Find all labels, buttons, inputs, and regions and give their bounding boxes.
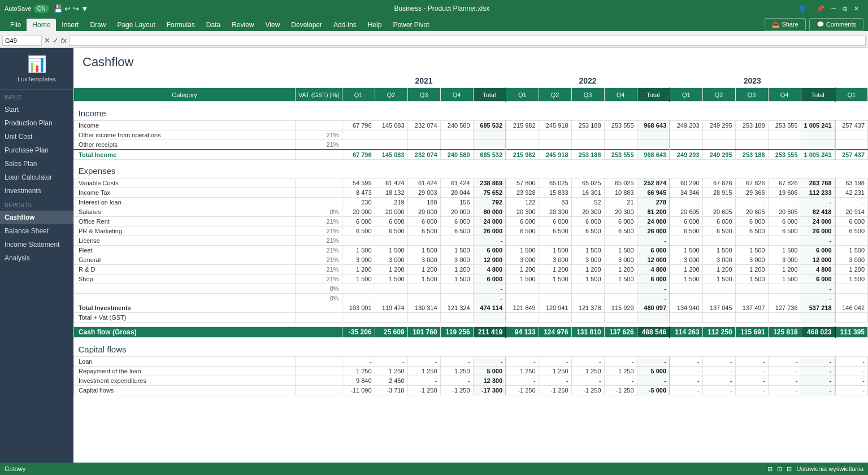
income-q4-2022: 253 555 (604, 120, 637, 130)
quick-access-icons[interactable]: 💾 ↩ ↪ ▼ (54, 5, 89, 13)
income-q3-2021: 232 074 (407, 120, 440, 130)
income-total-2023: 1 005 241 (801, 120, 835, 130)
header-vat: VAT (GST) [%] (296, 88, 342, 102)
expense-row-license: License 21% - - - (74, 236, 868, 246)
header-total-2022: Total (637, 88, 670, 102)
status-text: Gotowy (5, 465, 25, 472)
income-label-3: Other receipts (74, 140, 296, 150)
autosave-toggle[interactable]: ON (34, 5, 49, 13)
year-header-row: 2021 2022 2023 (74, 74, 868, 88)
income-q1-2024: 257 437 (835, 120, 868, 130)
expense-row-marketing: PR & Marketing 21% 6 500 6 500 6 500 6 5… (74, 226, 868, 236)
sidebar-item-production-plan[interactable]: Production Plan (0, 116, 73, 130)
ribbon: File Home Insert Draw Page Layout Formul… (0, 17, 868, 33)
expenses-section-header: Expenses (74, 164, 868, 178)
sheet-title: Cashflow (73, 48, 868, 74)
view-normal-icon[interactable]: ⊞ (767, 465, 772, 473)
capital-label: Capital flows (74, 342, 868, 357)
header-q2-2022: Q2 (539, 88, 571, 102)
year-2024-partial (835, 74, 868, 88)
input-section-label: Input (0, 90, 73, 103)
zoom-label: Ustawienia wyświetlania (796, 465, 863, 472)
view-pagebreak-icon[interactable]: ⊟ (787, 465, 792, 473)
tab-add-ins[interactable]: Add-ins (328, 19, 362, 31)
share-button[interactable]: 📤 Share (765, 18, 805, 31)
expense-row-tax: Income Tax 8 473 18 132 29 003 20 044 75… (74, 188, 868, 198)
title-bar-left: AutoSave ON 💾 ↩ ↪ ▼ (5, 5, 88, 13)
autosave-label: AutoSave (5, 5, 32, 12)
income-q3-2023: 253 188 (735, 120, 768, 130)
tab-view[interactable]: View (260, 19, 286, 31)
sidebar-item-investments[interactable]: Investments (0, 184, 73, 198)
spacer-income (74, 102, 868, 106)
header-q3-2022: Q3 (571, 88, 604, 102)
header-q4-2021: Q4 (440, 88, 473, 102)
expense-row-empty2: 0% - - - (74, 294, 868, 303)
expense-row-office: Office Rent 21% 6 000 6 000 6 000 6 000 … (74, 217, 868, 226)
header-q1-2022: Q1 (506, 88, 539, 102)
sidebar-item-purchase-plan[interactable]: Purchase Plan (0, 143, 73, 157)
tab-formulas[interactable]: Formulas (161, 19, 201, 31)
sidebar-item-balance-sheet[interactable]: Balance Sheet (0, 224, 73, 238)
sidebar-item-loan-calculator[interactable]: Loan Calculator (0, 171, 73, 184)
total-income-row: Total Income 67 796 145 083 232 074 240 … (74, 150, 868, 160)
sidebar-item-analysis[interactable]: Analysis (0, 251, 73, 265)
tab-developer[interactable]: Developer (285, 19, 328, 31)
total-income-label: Total Income (74, 150, 296, 160)
minimize-icon[interactable]: ─ (831, 5, 836, 12)
income-vat-3: 21% (296, 140, 342, 150)
tab-power-pivot[interactable]: Power Pivot (387, 19, 435, 31)
expense-row-rd: R & D 21% 1 200 1 200 1 200 1 200 4 800 … (74, 265, 868, 274)
view-page-icon[interactable]: ⊡ (777, 465, 782, 473)
main-layout: 📊 LuxTemplates Input Start Production Pl… (0, 48, 868, 475)
income-q2-2023: 249 295 (702, 120, 735, 130)
header-q1-2021: Q1 (342, 88, 375, 102)
sidebar-item-start[interactable]: Start (0, 103, 73, 116)
tab-help[interactable]: Help (362, 19, 388, 31)
tab-file[interactable]: File (5, 19, 27, 31)
close-icon[interactable]: ✕ (854, 5, 859, 12)
expense-row-variable: Variable Costs 54 599 61 424 61 424 61 4… (74, 178, 868, 188)
formula-bar: G49 ✕ ✓ fx (0, 33, 868, 48)
status-bar-right: ⊞ ⊡ ⊟ Ustawienia wyświetlania (767, 465, 863, 473)
tab-home[interactable]: Home (27, 19, 56, 31)
cashflow-gross-row: Cash flow (Gross) -35 206 25 609 101 760… (74, 327, 868, 338)
income-total-2021: 685 532 (473, 120, 506, 130)
expense-row-empty1: 0% - - - (74, 284, 868, 294)
tab-draw[interactable]: Draw (84, 19, 111, 31)
income-q4-2021: 240 580 (440, 120, 473, 130)
tab-page-layout[interactable]: Page Layout (111, 19, 160, 31)
header-q1-2023: Q1 (670, 88, 702, 102)
sidebar-item-sales-plan[interactable]: Sales Plan (0, 157, 73, 171)
restore-icon[interactable]: ⧉ (843, 5, 847, 12)
account-icon[interactable]: 👤 (795, 4, 810, 14)
year-2023: 2023 (670, 74, 835, 88)
sidebar-item-income-statement[interactable]: Income Statement (0, 238, 73, 251)
income-q1-2022: 215 982 (506, 120, 539, 130)
expense-row-general: General 21% 3 000 3 000 3 000 3 000 12 0… (74, 255, 868, 265)
ribbon-pin-icon[interactable]: 📌 (817, 5, 824, 12)
tab-review[interactable]: Review (226, 19, 259, 31)
comments-button[interactable]: 💬 Comments (809, 18, 863, 31)
sidebar-item-cashflow[interactable]: Cashflow (0, 211, 73, 224)
tab-data[interactable]: Data (201, 19, 226, 31)
ribbon-tabs: File Home Insert Draw Page Layout Formul… (0, 19, 439, 31)
income-row-3: Other receipts 21% (74, 140, 868, 150)
tab-insert[interactable]: Insert (56, 19, 84, 31)
income-total-2022: 968 643 (637, 120, 670, 130)
main-table: 2021 2022 2023 Category VAT (GST) [%] Q1… (73, 74, 868, 395)
header-total-2021: Total (473, 88, 506, 102)
income-vat-1 (296, 120, 342, 130)
header-q1-2024: Q1 (835, 88, 868, 102)
formula-input[interactable] (69, 36, 866, 46)
sidebar-item-unit-cost[interactable]: Unit Cost (0, 130, 73, 143)
capital-section-header: Capital flows (74, 342, 868, 357)
header-q3-2021: Q3 (407, 88, 440, 102)
year-2021: 2021 (342, 74, 506, 88)
expenses-label: Expenses (74, 164, 868, 178)
total-vat-row: Total + Vat (GST) (74, 313, 868, 323)
cell-reference-input[interactable]: G49 (2, 36, 42, 46)
expense-row-salaries: Salaries 0% 20 000 20 000 20 000 20 000 … (74, 207, 868, 217)
header-q2-2023: Q2 (702, 88, 735, 102)
header-category: Category (74, 88, 296, 102)
